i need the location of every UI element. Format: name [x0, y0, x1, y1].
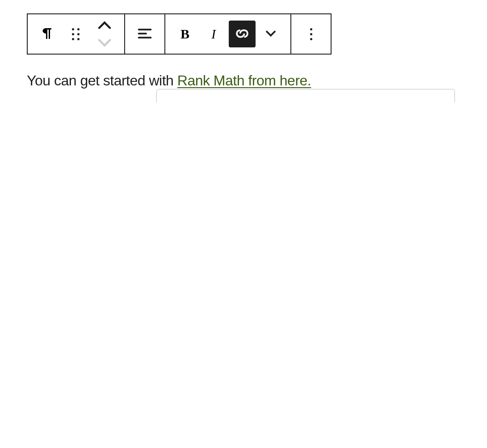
- chevron-down-icon: [263, 25, 279, 43]
- more-options-button[interactable]: [298, 21, 324, 47]
- paragraph-block-button[interactable]: [34, 21, 61, 47]
- paragraph-text: You can get started with: [27, 72, 177, 89]
- format-dropdown-button[interactable]: [257, 21, 284, 47]
- editor-paragraph[interactable]: You can get started with Rank Math from …: [27, 72, 460, 89]
- move-updown-button[interactable]: [91, 21, 118, 47]
- toolbar-group-more: [291, 14, 331, 54]
- align-left-icon: [137, 25, 153, 43]
- align-button[interactable]: [131, 21, 158, 47]
- toolbar-group-format: B I: [165, 14, 291, 54]
- italic-button[interactable]: I: [200, 21, 227, 47]
- link-icon: [234, 25, 250, 43]
- toolbar-group-align: [125, 14, 165, 54]
- inserted-link[interactable]: Rank Math from here.: [177, 72, 311, 89]
- drag-handle-icon: [72, 28, 80, 40]
- bold-button[interactable]: B: [172, 21, 198, 47]
- paragraph-icon: [39, 25, 55, 43]
- drag-handle-button[interactable]: [63, 21, 89, 47]
- block-toolbar: B I: [27, 13, 332, 55]
- toolbar-group-block: [28, 14, 125, 54]
- italic-icon: I: [211, 26, 216, 42]
- more-vertical-icon: [310, 28, 312, 40]
- bold-icon: B: [181, 26, 189, 42]
- link-settings-popover: Advanced Open in new tab.Set to nofollow…: [156, 89, 455, 102]
- link-button[interactable]: [229, 21, 256, 47]
- move-updown-icon: [97, 18, 113, 50]
